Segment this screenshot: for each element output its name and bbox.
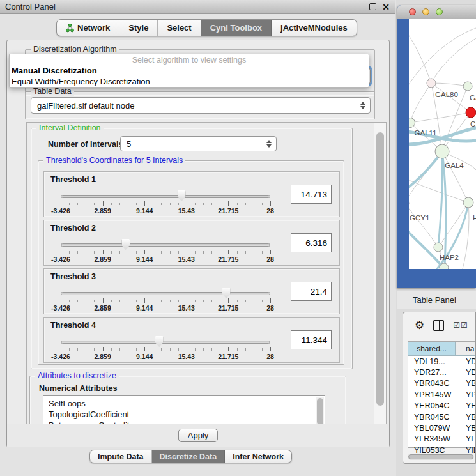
- table-row[interactable]: YBL079WYBL0: [408, 422, 476, 433]
- table-cell[interactable]: YDL1: [456, 356, 476, 367]
- table-cell[interactable]: YBL0: [456, 422, 476, 433]
- slider-tick: [187, 347, 187, 351]
- threshold-3-value-field[interactable]: 21.4: [291, 282, 332, 301]
- number-of-intervals-combobox[interactable]: 5: [120, 136, 277, 151]
- slider-thumb[interactable]: [155, 336, 164, 347]
- threshold-4-value-field[interactable]: 11.344: [291, 330, 332, 349]
- table-cell[interactable]: YBR0: [456, 411, 476, 422]
- table-row[interactable]: YDR27...YDR2: [408, 367, 476, 378]
- slider-tick: [128, 348, 128, 351]
- slider-track[interactable]: [61, 341, 270, 344]
- list-item[interactable]: SelfLoops: [43, 396, 325, 409]
- table-hscrollbar[interactable]: [408, 454, 474, 460]
- slider-tick: [119, 251, 120, 254]
- mac-close-icon[interactable]: [409, 8, 416, 15]
- network-node-h[interactable]: [463, 197, 473, 208]
- node-label: GAL4: [445, 162, 464, 169]
- threshold-3-panel: Threshold 3 -3.4262.8599.14415.4321.7152…: [43, 268, 340, 314]
- threshold-1-slider[interactable]: -3.4262.8599.14415.4321.71528: [61, 190, 270, 217]
- slider-thumb[interactable]: [222, 288, 231, 298]
- threshold-3-slider[interactable]: -3.4262.8599.14415.4321.71528: [61, 287, 270, 314]
- algorithm-dropdown-popup: Select algorithm to view settings Manual…: [9, 54, 369, 88]
- network-node-bottom[interactable]: [440, 263, 449, 269]
- apply-button[interactable]: Apply: [178, 429, 219, 442]
- mac-minimize-icon[interactable]: [422, 8, 429, 15]
- table-cell[interactable]: YPR1: [456, 389, 476, 400]
- slider-tick: [211, 300, 212, 302]
- threshold-1-value-field[interactable]: 14.713: [291, 185, 332, 204]
- node-label: HAP2: [440, 254, 459, 261]
- list-item[interactable]: TopologicalCoefficient: [43, 409, 325, 420]
- table-cell[interactable]: YBR045C: [408, 411, 456, 422]
- table-row[interactable]: YLR345WYLR3: [408, 434, 476, 445]
- network-node-ga[interactable]: [463, 82, 472, 91]
- slider-track[interactable]: [61, 292, 270, 295]
- table-cell[interactable]: YDR2: [456, 367, 476, 378]
- threshold-2-value-field[interactable]: 6.316: [291, 233, 332, 252]
- threshold-2-slider[interactable]: -3.4262.8599.14415.4321.71528: [61, 238, 270, 265]
- table-cell[interactable]: YDL19...: [408, 356, 456, 367]
- column-header-shared-name[interactable]: shared...: [408, 342, 456, 355]
- network-node-selected-red[interactable]: [466, 107, 476, 118]
- table-cell[interactable]: YLR345W: [408, 434, 456, 445]
- top-tab-bar: Network Style Select Cyni Toolbox jActiv…: [56, 19, 357, 36]
- tab-cyni-toolbox[interactable]: Cyni Toolbox: [201, 20, 272, 36]
- tab-discretize-data[interactable]: Discretize Data: [152, 450, 226, 463]
- slider-tick: [119, 300, 120, 302]
- menu-item-manual-discretization[interactable]: Manual Discretization: [10, 65, 369, 76]
- table-cell[interactable]: YER054C: [408, 401, 456, 411]
- numerical-attributes-list[interactable]: SelfLoops TopologicalCoefficient Between…: [43, 395, 325, 425]
- tab-select[interactable]: Select: [158, 20, 201, 36]
- column-header-name[interactable]: na: [456, 342, 476, 355]
- table-cell[interactable]: YPR145W: [408, 389, 456, 400]
- table-cell[interactable]: YBR043C: [408, 378, 456, 389]
- settings-scrollbar[interactable]: [374, 123, 386, 424]
- tab-impute-data-label: Impute Data: [98, 452, 144, 461]
- network-canvas[interactable]: GAL80 GA C GAL11 GAL4 GCY1 H HAP2: [409, 19, 476, 269]
- gear-icon[interactable]: ⚙: [415, 320, 424, 331]
- slider-track[interactable]: [61, 243, 270, 247]
- columns-icon[interactable]: [433, 320, 444, 331]
- table-cell[interactable]: YDR27...: [408, 367, 456, 378]
- tab-impute-data[interactable]: Impute Data: [90, 450, 152, 463]
- table-row[interactable]: YER054CYER0: [408, 401, 476, 411]
- table-row[interactable]: YDL19...YDL1: [408, 356, 476, 367]
- slider-tick: [245, 348, 246, 351]
- slider-tick: [228, 201, 229, 206]
- threshold-4-slider[interactable]: -3.4262.8599.14415.4321.71528: [61, 335, 270, 362]
- slider-tick: [136, 300, 137, 302]
- slider-tick: [254, 300, 254, 302]
- slider-tick: [220, 203, 220, 205]
- table-row[interactable]: YBR043CYBR0: [408, 378, 476, 389]
- slider-tick: [161, 251, 162, 254]
- menu-item-equal-width-frequency[interactable]: Equal Width/Frequency Discretization: [10, 76, 369, 87]
- slider-tick: [103, 298, 104, 303]
- slider-tick: [77, 300, 78, 302]
- checkbox-icons[interactable]: ☑☑: [453, 321, 468, 329]
- table-cell[interactable]: YBL079W: [408, 422, 456, 433]
- mac-zoom-icon[interactable]: [436, 8, 443, 15]
- network-node-gal80[interactable]: [427, 79, 436, 88]
- network-node-hap2[interactable]: [434, 243, 443, 252]
- table-row[interactable]: YPR145WYPR1: [408, 389, 476, 400]
- table-cell[interactable]: YER0: [456, 401, 476, 411]
- network-node-gal4[interactable]: [435, 144, 449, 158]
- list-scrollbar[interactable]: [316, 397, 324, 425]
- tab-jactivemnodules[interactable]: jActiveMNodules: [272, 20, 357, 36]
- tab-infer-network[interactable]: Infer Network: [225, 450, 291, 463]
- slider-thumb[interactable]: [121, 239, 130, 250]
- tab-style[interactable]: Style: [119, 20, 158, 36]
- slider-tick: [187, 201, 187, 206]
- table-cell[interactable]: YBR0: [456, 378, 476, 389]
- float-window-icon[interactable]: [369, 3, 376, 10]
- number-of-intervals-value: 5: [127, 139, 131, 149]
- tab-network[interactable]: Network: [57, 20, 119, 36]
- table-cell[interactable]: YLR3: [456, 434, 476, 445]
- table-data-combobox[interactable]: galFiltered.sif default node: [31, 97, 371, 114]
- slider-tick: [220, 300, 220, 302]
- slider-thumb[interactable]: [178, 190, 186, 201]
- table-row[interactable]: YBR045CYBR0: [408, 411, 476, 422]
- slider-track[interactable]: [61, 195, 270, 198]
- close-icon[interactable]: ✕: [382, 3, 390, 12]
- slider-tick: [262, 251, 263, 254]
